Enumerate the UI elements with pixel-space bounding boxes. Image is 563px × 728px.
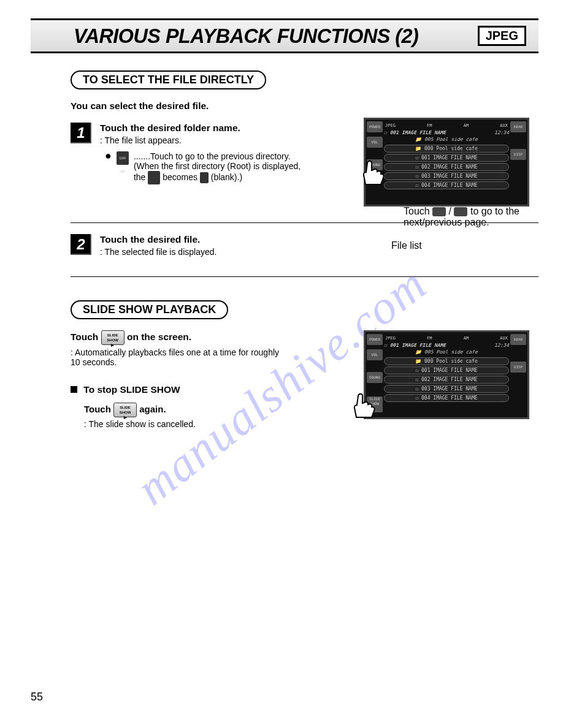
- bullet-text: (When the first directory (Root) is disp…: [134, 161, 301, 171]
- stop-slideshow-desc: : The slide show is cancelled.: [84, 419, 340, 429]
- pointing-hand-icon: [356, 157, 387, 188]
- slide-show-button-icon: SLIDESHOW▶: [113, 403, 137, 417]
- list-item: 📁 000 Pool side cafe: [384, 145, 509, 153]
- screen-illustration: POWER VOL SOUND SLIDE SHOW REAR DISP JPE…: [364, 330, 529, 419]
- format-badge: JPEG: [478, 26, 526, 46]
- stop-slideshow-heading: To stop SLIDE SHOW: [71, 384, 340, 395]
- list-item: ☐ 001 IMAGE FILE NAME: [384, 366, 509, 374]
- list-item: ☐ 002 IMAGE FILE NAME: [384, 376, 509, 384]
- slideshow-intro: Touch SLIDESHOW▶ on the screen.: [71, 330, 340, 345]
- step-number: 2: [71, 234, 91, 255]
- slideshow-desc: : Automatically playbacks files one at a…: [71, 347, 340, 367]
- step-title: Touch the desired file.: [100, 234, 538, 245]
- square-bullet-icon: [71, 386, 77, 393]
- list-item: 📁 000 Pool side cafe: [384, 357, 509, 365]
- stop-slideshow-action: Touch SLIDESHOW▶ again.: [84, 403, 340, 417]
- section-heading-slideshow: SLIDE SHOW PLAYBACK: [71, 300, 228, 319]
- touch-arrow-callout: Touch / to go to the next/previous page.: [404, 206, 545, 228]
- section-heading-select-file: TO SELECT THE FILE DIRECTLY: [71, 70, 266, 89]
- step-2: 2 Touch the desired file. : The selected…: [71, 234, 538, 263]
- list-item: ☐ 001 IMAGE FILE NAME: [384, 154, 509, 162]
- list-item: ☐ 002 IMAGE FILE NAME: [384, 163, 509, 171]
- slide-show-button-icon: SLIDESHOW▶: [101, 330, 124, 345]
- list-item: ☐ 003 IMAGE FILE NAME: [384, 385, 509, 393]
- down-arrow-icon: [454, 207, 467, 216]
- page-title: VARIOUS PLAYBACK FUNCTIONS (2): [74, 24, 418, 48]
- step-desc: : The selected file is displayed.: [100, 247, 538, 257]
- list-item: ☐ 004 IMAGE FILE NAME: [384, 181, 509, 189]
- file-list-callout: File list: [391, 240, 422, 251]
- section-intro: You can select the desired file.: [71, 100, 340, 112]
- step-title: Touch the desired folder name.: [100, 123, 340, 134]
- step-number: 1: [71, 123, 91, 143]
- step-1: 1 Touch the desired folder name. : The f…: [71, 123, 340, 184]
- list-item: ☐ 003 IMAGE FILE NAME: [384, 172, 509, 180]
- page-header: VARIOUS PLAYBACK FUNCTIONS (2) JPEG: [31, 18, 538, 53]
- screen-illustration: POWER VOL SOUND REAR DISP JPEG FM AM AUX…: [364, 118, 529, 207]
- bullet-text: .......Touch to go to the previous direc…: [134, 151, 301, 161]
- divider: [71, 276, 538, 277]
- dir-up-icon: [148, 171, 160, 184]
- list-item: ☐ 004 IMAGE FILE NAME: [384, 394, 509, 402]
- up-arrow-icon: [432, 207, 446, 216]
- pointing-hand-icon: [347, 390, 378, 420]
- page-number: 55: [31, 691, 43, 703]
- bullet-dot: ●: [105, 151, 112, 184]
- bullet-text: the becomes (blank).): [134, 171, 301, 184]
- step-desc: : The file list appears.: [100, 135, 340, 145]
- dir-up-icon: DIR UP: [117, 151, 129, 165]
- blank-icon: [200, 172, 209, 183]
